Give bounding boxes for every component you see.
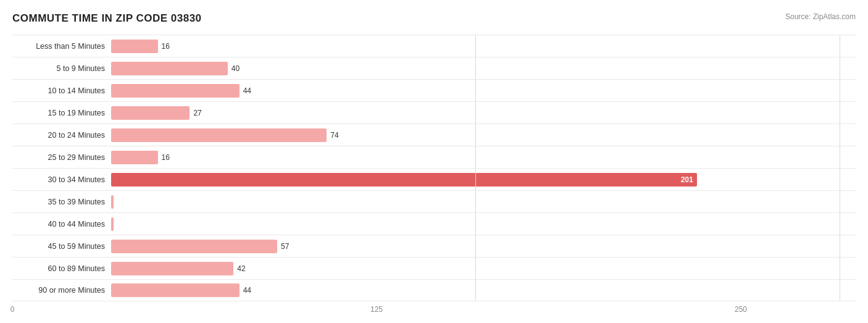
bar-fill (111, 128, 327, 142)
bar-value-inside: 201 (681, 175, 693, 184)
x-tick: 250 (735, 305, 747, 314)
bar-row: 60 to 89 Minutes42 (12, 257, 856, 279)
chart-header: COMMUTE TIME IN ZIP CODE 03830 Source: Z… (12, 12, 856, 25)
bar-label: 30 to 34 Minutes (12, 175, 111, 184)
bar-container: 57 (111, 235, 856, 257)
x-tick: 125 (370, 305, 383, 314)
bar-label: 20 to 24 Minutes (12, 131, 111, 140)
bar-fill: 201 (111, 173, 697, 187)
bar-label: 10 to 14 Minutes (12, 86, 111, 95)
bar-fill (111, 151, 158, 164)
bar-fill (111, 40, 158, 53)
grid-line (475, 213, 476, 235)
bar-row: 40 to 44 Minutes (12, 212, 856, 235)
bar-container: 16 (111, 146, 856, 168)
bar-row: 35 to 39 Minutes (12, 190, 856, 212)
bar-container (111, 191, 856, 212)
bar-value-label: 74 (330, 131, 338, 140)
bar-label: 5 to 9 Minutes (12, 64, 111, 73)
bar-fill (111, 283, 240, 297)
bar-container: 201 (111, 169, 856, 190)
bar-row: 30 to 34 Minutes201 (12, 168, 856, 190)
bar-label: 60 to 89 Minutes (12, 264, 111, 273)
grid-line (475, 146, 476, 168)
chart-area: Less than 5 Minutes165 to 9 Minutes4010 … (12, 35, 856, 317)
bar-row: 10 to 14 Minutes44 (12, 79, 856, 101)
bar-row: Less than 5 Minutes16 (12, 35, 856, 57)
bar-value-label: 16 (162, 42, 170, 51)
bar-label: Less than 5 Minutes (12, 42, 111, 51)
bar-fill (111, 240, 277, 253)
bar-fill (111, 217, 114, 231)
grid-line (475, 80, 476, 101)
bar-fill (111, 62, 228, 75)
bar-container: 44 (111, 280, 856, 301)
grid-line (840, 258, 840, 279)
grid-line (475, 191, 476, 212)
chart-source: Source: ZipAtlas.com (785, 12, 856, 21)
grid-line (840, 80, 840, 101)
bar-row: 25 to 29 Minutes16 (12, 146, 856, 168)
grid-line (475, 280, 476, 301)
grid-line (475, 235, 476, 257)
bar-value-label: 44 (243, 286, 251, 295)
bar-value-label: 16 (162, 153, 170, 162)
grid-line (840, 146, 840, 168)
bar-fill (111, 106, 190, 120)
bar-row: 5 to 9 Minutes40 (12, 57, 856, 79)
bar-value-label: 44 (243, 86, 251, 95)
bar-container: 40 (111, 57, 856, 79)
grid-line (475, 57, 476, 79)
bar-value-label: 42 (237, 264, 245, 273)
bar-fill (111, 195, 114, 209)
bar-row: 45 to 59 Minutes57 (12, 235, 856, 257)
bar-fill (111, 262, 233, 275)
grid-line (475, 124, 476, 146)
bar-label: 90 or more Minutes (12, 286, 111, 295)
grid-line (840, 35, 840, 57)
grid-line (840, 191, 840, 212)
bar-label: 45 to 59 Minutes (12, 242, 111, 251)
bar-container: 16 (111, 35, 856, 57)
grid-line (840, 57, 840, 79)
grid-line (840, 280, 840, 301)
bar-row: 15 to 19 Minutes27 (12, 101, 856, 124)
chart-wrapper: COMMUTE TIME IN ZIP CODE 03830 Source: Z… (12, 12, 856, 317)
bars-container: Less than 5 Minutes165 to 9 Minutes4010 … (12, 35, 856, 301)
grid-line (840, 102, 840, 124)
bar-container: 42 (111, 258, 856, 279)
x-tick: 0 (10, 305, 15, 314)
grid-line (475, 35, 476, 57)
bar-label: 25 to 29 Minutes (12, 153, 111, 162)
grid-line (840, 169, 840, 190)
bar-row: 20 to 24 Minutes74 (12, 124, 856, 146)
grid-line (475, 102, 476, 124)
bar-row: 90 or more Minutes44 (12, 279, 856, 301)
bar-container: 74 (111, 124, 856, 146)
bar-container: 44 (111, 80, 856, 101)
bar-label: 15 to 19 Minutes (12, 109, 111, 117)
chart-title: COMMUTE TIME IN ZIP CODE 03830 (12, 12, 202, 25)
bar-label: 40 to 44 Minutes (12, 220, 111, 229)
grid-line (840, 124, 840, 146)
grid-line (840, 235, 840, 257)
bar-fill (111, 84, 240, 98)
bar-value-label: 27 (193, 109, 201, 117)
grid-line (840, 213, 840, 235)
bar-container (111, 213, 856, 235)
bar-container: 27 (111, 102, 856, 124)
bar-value-label: 57 (281, 242, 289, 251)
x-axis: 0125250 (12, 305, 856, 317)
bar-label: 35 to 39 Minutes (12, 198, 111, 206)
bar-value-label: 40 (232, 64, 240, 73)
grid-line (475, 258, 476, 279)
grid-line (475, 169, 476, 190)
